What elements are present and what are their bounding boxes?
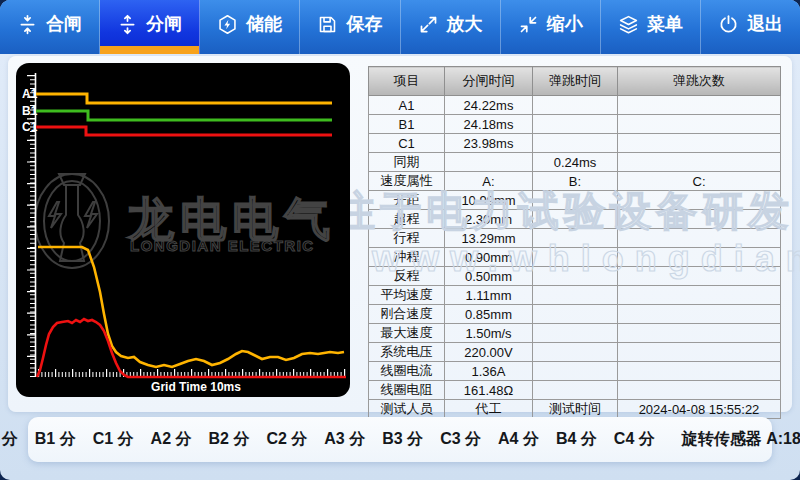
phase-status-item: A3 分 [324,429,365,450]
save-icon [317,14,338,35]
table-row: C123.98ms [369,134,781,153]
tab-label: 分闸 [146,12,182,36]
table-cell: 220.00V [445,343,533,362]
results-table: 项目分闸时间弹跳时间弹跳次数 A124.22msB124.18msC123.98… [368,66,781,419]
table-row: 冲程0.90mm [369,248,781,267]
app-window: 合闸 分闸 储能 保存 放大 缩小 [0,0,800,480]
table-cell: 最大速度 [369,324,445,343]
table-cell [618,210,781,229]
phase-status-item: A2 分 [151,429,192,450]
longdian-logo-watermark [35,174,109,268]
table-row: 线圈电阻161.48Ω [369,381,781,400]
table-row: 开距10.99mm [369,191,781,210]
table-cell: 测试时间 [533,400,618,419]
table-cell: B1 [369,115,445,134]
table-cell [618,229,781,248]
phase-status-item: B2 分 [209,429,250,450]
table-cell: 同期 [369,153,445,172]
table-cell: 161.48Ω [445,381,533,400]
energy-storage-icon [217,14,238,35]
table-cell: 系统电压 [369,343,445,362]
toolbar: 合闸 分闸 储能 保存 放大 缩小 [0,0,800,54]
phase-status-item: C2 分 [266,429,307,450]
tab-menu[interactable]: 菜单 [601,0,701,54]
phase-label-a1: A1 [22,87,37,101]
table-row: 同期0.24ms [369,153,781,172]
table-row: B124.18ms [369,115,781,134]
table-cell [533,305,618,324]
table-row: 行程13.29mm [369,229,781,248]
tab-close-switch[interactable]: 合闸 [0,0,100,54]
tab-zoom-in[interactable]: 放大 [401,0,501,54]
table-cell: 反程 [369,267,445,286]
table-cell: 冲程 [369,248,445,267]
table-row: 速度属性A:B:C: [369,172,781,191]
table-header-cell: 项目 [369,67,445,96]
tab-label: 放大 [447,12,483,36]
table-cell [533,134,618,153]
phase-status-item: C1 分 [93,429,134,450]
tab-label: 退出 [747,12,783,36]
phase-status-item: C3 分 [440,429,481,450]
table-row: 刚合速度0.85mm [369,305,781,324]
results-table-container: 项目分闸时间弹跳时间弹跳次数 A124.22msB124.18msC123.98… [368,66,780,419]
table-cell: 24.22ms [445,96,533,115]
table-cell: A1 [369,96,445,115]
tab-energy-storage[interactable]: 储能 [200,0,300,54]
phase-status-item: B1 分 [35,429,76,450]
table-cell [618,286,781,305]
table-cell: A: [445,172,533,191]
table-cell [618,305,781,324]
phase-status-item: B3 分 [382,429,423,450]
y-axis-ruler [31,73,36,377]
table-cell: C: [618,172,781,191]
table-cell [533,248,618,267]
phase-status-item: A1 分 [0,429,18,450]
table-cell: 代工 [445,400,533,419]
tab-label: 储能 [246,12,282,36]
phase-label-b1: B1 [22,104,37,118]
table-cell: 1.11mm [445,286,533,305]
trace-c1 [36,127,332,135]
table-row: 反程0.50mm [369,267,781,286]
table-cell [618,96,781,115]
phase-status-item: C4 分 [614,429,655,450]
tab-save[interactable]: 保存 [300,0,400,54]
table-cell: 行程 [369,229,445,248]
table-cell [618,115,781,134]
tab-zoom-out[interactable]: 缩小 [501,0,601,54]
tab-open-switch[interactable]: 分闸 [100,0,200,54]
table-cell: 刚合速度 [369,305,445,324]
table-cell: 2024-04-08 15:55:22 [618,400,781,419]
table-cell [533,210,618,229]
table-header-row: 项目分闸时间弹跳时间弹跳次数 [369,67,781,96]
table-cell: 超程 [369,210,445,229]
table-cell [618,134,781,153]
table-cell [618,324,781,343]
table-cell: 0.50mm [445,267,533,286]
table-cell: 开距 [369,191,445,210]
chart-watermark-en: LONGDIAN ELECTRIC [130,237,315,254]
waveform-chart: 龙电电气 LONGDIAN ELECTRIC [16,63,350,397]
tab-label: 合闸 [46,12,82,36]
table-header-cell: 弹跳次数 [618,67,781,96]
table-cell: 线圈电流 [369,362,445,381]
table-cell: B: [533,172,618,191]
menu-icon [618,14,639,35]
table-cell: 1.36A [445,362,533,381]
tab-label: 保存 [346,12,382,36]
table-cell [618,267,781,286]
trace-coil-current [37,319,346,377]
table-cell: 23.98ms [445,134,533,153]
table-cell [618,343,781,362]
table-cell [533,343,618,362]
table-cell [533,324,618,343]
table-cell: 0.85mm [445,305,533,324]
tab-exit[interactable]: 退出 [701,0,800,54]
table-row: 线圈电流1.36A [369,362,781,381]
table-cell: 0.90mm [445,248,533,267]
zoom-in-icon [418,14,439,35]
table-cell: 1.50m/s [445,324,533,343]
rotation-sensor-readout: 旋转传感器 A:188.4 [682,429,800,450]
footer-status-bar: A1 分B1 分C1 分A2 分B2 分C2 分A3 分B3 分C3 分A4 分… [28,417,772,462]
